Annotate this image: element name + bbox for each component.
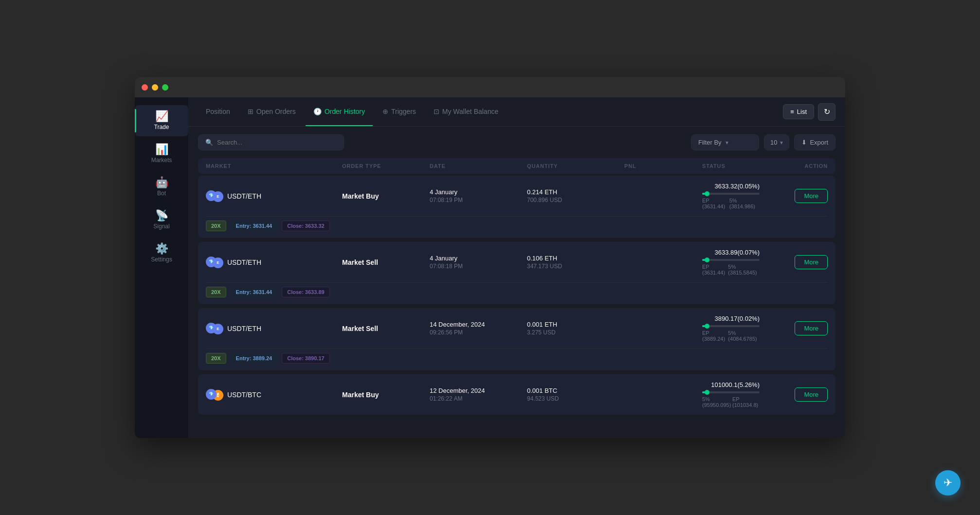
- row-1-order-type: Market Buy: [342, 192, 430, 200]
- search-icon: 🔍: [205, 139, 213, 146]
- sidebar-item-settings[interactable]: ⚙️ Settings: [135, 238, 188, 269]
- row-3-market: 💎 E USDT/ETH: [206, 323, 342, 334]
- row-3-status: 3890.17(0.02%) EP (3889.24) 5% (4084.678…: [702, 315, 760, 342]
- row-4-ep: 5% (95950.095): [702, 396, 732, 408]
- search-input[interactable]: [217, 139, 337, 146]
- row-2-quantity: 0.106 ETH 347.173 USD: [527, 255, 624, 270]
- search-box[interactable]: 🔍: [198, 134, 344, 150]
- tab-open-orders-label: Open Orders: [256, 108, 296, 115]
- row-3-bar-dot: [705, 324, 709, 329]
- row-3-sub: 20X Entry: 3889.24 Close: 3890.17: [198, 349, 835, 370]
- row-2-action: More: [760, 255, 828, 269]
- row-3-action: More: [760, 321, 828, 335]
- row-1-bar-dot: [705, 191, 709, 196]
- row-3-market-name: USDT/ETH: [227, 325, 261, 332]
- tabs-actions: ≡ List ↻: [783, 103, 835, 121]
- row-2-status: 3633.89(0.07%) EP (3631.44) 5% (3815.584…: [702, 249, 760, 276]
- row-3-date: 14 December, 2024 09:26:56 PM: [430, 321, 527, 336]
- row-2-main: 💎 E USDT/ETH Market Sell 4 January 07:08…: [198, 242, 835, 282]
- filter-group: Filter By ▾ 10 ▾ ⬇ Export: [691, 134, 835, 150]
- row-1-market-name: USDT/ETH: [227, 192, 261, 200]
- row-4-status-top: 101000.1(5.26%): [702, 381, 760, 388]
- row-3-status-value: 3890.17(0.02%): [714, 315, 760, 322]
- row-1-status-bar: [702, 193, 760, 195]
- tab-triggers[interactable]: ⊕ Triggers: [375, 97, 424, 126]
- telegram-fab-button[interactable]: ✈: [935, 470, 961, 496]
- col-action: ACTION: [760, 163, 828, 169]
- table-row: 💎 E USDT/ETH Market Sell 4 January 07:08…: [198, 242, 835, 304]
- row-3-qty-usd: 3.275 USD: [527, 329, 624, 336]
- row-2-sub: 20X Entry: 3631.44 Close: 3633.89: [198, 283, 835, 304]
- sidebar-item-bot[interactable]: 🤖 Bot: [135, 171, 188, 202]
- filter-select[interactable]: Filter By ▾: [691, 134, 759, 150]
- row-2-qty: 0.106 ETH: [527, 255, 624, 262]
- row-3-pct: 5% (4084.6785): [728, 330, 760, 342]
- row-2-status-top: 3633.89(0.07%): [702, 249, 760, 256]
- row-1-status-top: 3633.32(0.05%): [702, 183, 760, 190]
- row-3-more-button[interactable]: More: [795, 321, 828, 335]
- row-3-status-bar: [702, 325, 760, 327]
- row-1-action: More: [760, 189, 828, 203]
- row-1-more-button[interactable]: More: [795, 189, 828, 203]
- row-1-status-value: 3633.32(0.05%): [714, 183, 760, 190]
- close-button[interactable]: [142, 84, 148, 91]
- export-label: Export: [810, 139, 828, 146]
- row-4-coin1-icon: 💎: [206, 389, 217, 400]
- row-1-market: 💎 E USDT/ETH: [206, 190, 342, 202]
- export-button[interactable]: ⬇ Export: [794, 134, 835, 150]
- row-1-pct: 5% (3814.986): [729, 198, 760, 209]
- signal-icon: 📡: [155, 210, 168, 221]
- row-2-date-main: 4 January: [430, 255, 527, 262]
- row-3-entry-badge: Entry: 3889.24: [231, 353, 277, 363]
- row-4-qty: 0.001 BTC: [527, 387, 624, 394]
- minimize-button[interactable]: [152, 84, 158, 91]
- row-2-coin1-icon: 💎: [206, 257, 217, 267]
- order-history-icon: 🕐: [313, 108, 322, 115]
- sidebar-item-trade[interactable]: 📈 Trade: [135, 105, 188, 136]
- row-1-date: 4 January 07:08:19 PM: [430, 188, 527, 203]
- sidebar-label-bot: Bot: [157, 190, 166, 197]
- tab-order-history[interactable]: 🕐 Order History: [306, 97, 373, 126]
- maximize-button[interactable]: [162, 84, 168, 91]
- sidebar-label-signal: Signal: [153, 223, 169, 230]
- row-4-market-name: USDT/BTC: [227, 391, 261, 399]
- row-1-icons: 💎 E: [206, 190, 223, 202]
- refresh-button[interactable]: ↻: [818, 103, 835, 121]
- list-view-button[interactable]: ≡ List: [783, 104, 814, 119]
- row-4-bar-dot: [705, 390, 709, 395]
- table-row: 💎 ₿ USDT/BTC Market Buy 12 December, 202…: [198, 374, 835, 415]
- row-1-date-main: 4 January: [430, 188, 527, 196]
- tab-position-label: Position: [206, 108, 230, 115]
- sidebar-item-markets[interactable]: 📊 Markets: [135, 138, 188, 169]
- count-select[interactable]: 10 ▾: [764, 134, 789, 150]
- tab-wallet-label: My Wallet Balance: [442, 108, 498, 115]
- row-1-ep: EP (3631.44): [702, 198, 729, 209]
- row-2-status-value: 3633.89(0.07%): [714, 249, 760, 256]
- row-3-coin1-icon: 💎: [206, 323, 217, 333]
- row-4-more-button[interactable]: More: [795, 387, 828, 402]
- row-2-date: 4 January 07:08:18 PM: [430, 255, 527, 270]
- sidebar-item-signal[interactable]: 📡 Signal: [135, 204, 188, 236]
- list-icon: ≡: [790, 108, 794, 115]
- sidebar: 📈 Trade 📊 Markets 🤖 Bot 📡 Signal ⚙️ Sett…: [135, 97, 188, 438]
- row-2-ep: EP (3631.44): [702, 264, 728, 276]
- col-pnl: PNL: [624, 163, 702, 169]
- row-4-market: 💎 ₿ USDT/BTC: [206, 389, 342, 401]
- tab-wallet[interactable]: ⊡ My Wallet Balance: [426, 97, 506, 126]
- row-1-main: 💎 E USDT/ETH Market Buy 4 January 07:08:…: [198, 176, 835, 216]
- row-2-icons: 💎 E: [206, 257, 223, 268]
- tabs-bar: Position ⊞ Open Orders 🕐 Order History ⊕…: [188, 97, 845, 127]
- row-3-ep: EP (3889.24): [702, 330, 728, 342]
- tab-position[interactable]: Position: [198, 97, 238, 126]
- tab-open-orders[interactable]: ⊞ Open Orders: [240, 97, 304, 126]
- row-4-status-bar: [702, 391, 760, 393]
- chevron-down-icon: ▾: [726, 139, 728, 146]
- row-2-more-button[interactable]: More: [795, 255, 828, 269]
- row-3-status-top: 3890.17(0.02%): [702, 315, 760, 322]
- row-4-pct: EP (101034.8): [732, 396, 760, 408]
- filter-label: Filter By: [698, 139, 722, 146]
- row-2-status-bottom: EP (3631.44) 5% (3815.5845): [702, 264, 760, 276]
- row-4-main: 💎 ₿ USDT/BTC Market Buy 12 December, 202…: [198, 374, 835, 415]
- sidebar-label-markets: Markets: [151, 157, 172, 164]
- row-2-order-type: Market Sell: [342, 258, 430, 266]
